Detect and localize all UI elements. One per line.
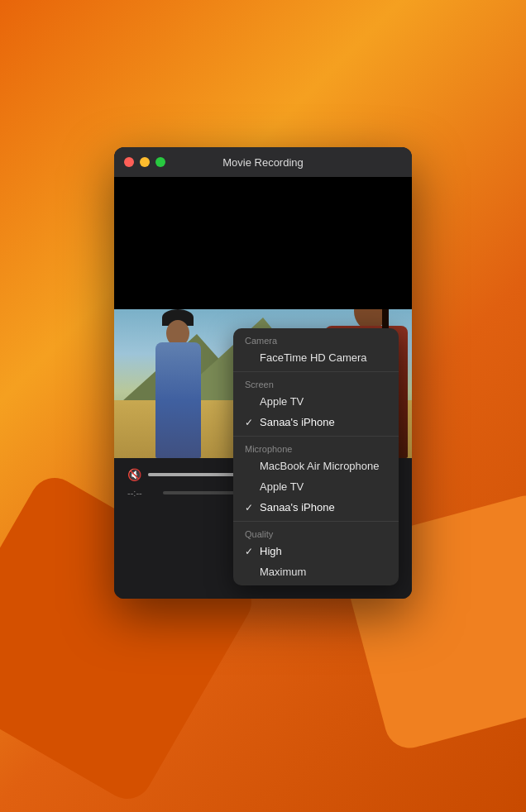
video-black-top [114,177,412,309]
checkmark-screen-sanaas-iphone: ✓ [245,417,255,428]
screen-apple-tv-label: Apple TV [260,395,387,408]
screen-apple-tv[interactable]: ✓ Apple TV [233,391,399,412]
quality-maximum-label: Maximum [260,566,387,578]
quality-high[interactable]: ✓ High [233,541,399,561]
volume-fill [148,473,244,476]
camera-facetime-hd[interactable]: ✓ FaceTime HD Camera [233,347,399,368]
mic-apple-tv-label: Apple TV [260,480,387,493]
mic-sanaas-iphone[interactable]: ✓ Sanaa's iPhone [233,497,399,518]
mic-macbook-air-label: MacBook Air Microphone [260,460,387,472]
camera-section-label: Camera [233,332,399,347]
minimize-button[interactable] [140,157,150,167]
quality-section: Quality ✓ High ✓ Maximum [233,521,399,585]
microphone-section-label: Microphone [233,440,399,456]
quality-maximum[interactable]: ✓ Maximum [233,561,399,582]
quality-high-label: High [260,545,387,557]
screen-sanaas-iphone-label: Sanaa's iPhone [260,416,387,428]
screen-section-label: Screen [233,375,399,391]
volume-icon: 🔇 [127,468,141,481]
mic-sanaas-iphone-label: Sanaa's iPhone [260,501,387,513]
time-display: --:-- [127,488,156,498]
quality-section-label: Quality [233,525,399,541]
maximize-button[interactable] [155,157,165,167]
traffic-lights [124,157,165,167]
controls-area: 🔇 --:-- Camera ✓ FaceTime HD Camera [114,458,412,599]
camera-section: Camera ✓ FaceTime HD Camera [233,328,399,371]
mic-macbook-air[interactable]: ✓ MacBook Air Microphone [233,456,399,476]
movie-recording-window: Movie Recording 🔇 [114,147,412,599]
person1-body [155,342,201,458]
titlebar: Movie Recording [114,147,412,177]
microphone-section: Microphone ✓ MacBook Air Microphone ✓ Ap… [233,436,399,521]
checkmark-quality-high: ✓ [245,546,255,557]
screen-sanaas-iphone[interactable]: ✓ Sanaa's iPhone [233,412,399,432]
screen-section: Screen ✓ Apple TV ✓ Sanaa's iPhone [233,371,399,436]
mic-apple-tv[interactable]: ✓ Apple TV [233,476,399,497]
window-title: Movie Recording [222,156,304,169]
settings-dropdown: Camera ✓ FaceTime HD Camera Screen ✓ App… [233,328,399,585]
checkmark-mic-sanaas-iphone: ✓ [245,502,255,513]
camera-facetime-hd-label: FaceTime HD Camera [260,351,387,364]
close-button[interactable] [124,157,134,167]
